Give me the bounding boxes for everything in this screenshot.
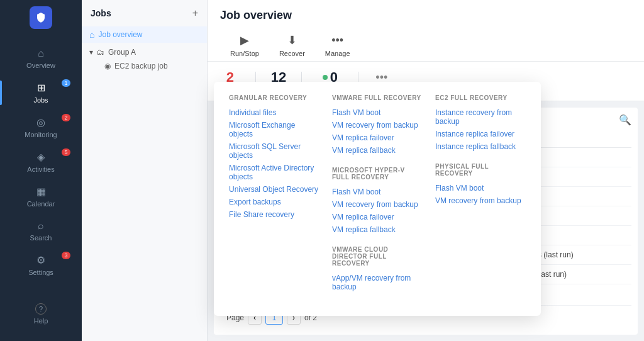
hyperv-item-0[interactable]: Flash VM boot	[332, 186, 423, 198]
granular-item-4[interactable]: Universal Object Recovery	[229, 183, 319, 196]
physical-item-1[interactable]: VM recovery from backup	[435, 194, 526, 207]
app-logo	[30, 6, 52, 29]
jobs-panel-title: Jobs	[91, 8, 111, 18]
sidebar-item-monitoring[interactable]: 2 ◎ Monitoring	[0, 110, 82, 145]
run-stop-label: Run/Stop	[230, 50, 259, 57]
activities-icon: ◈	[37, 151, 45, 163]
running-dot	[323, 75, 328, 80]
granular-item-5[interactable]: Export backups	[229, 196, 319, 208]
physical-item-0[interactable]: Flash VM boot	[435, 182, 526, 194]
jobs-panel-header: Jobs +	[82, 0, 207, 24]
vmware-cloud-title: VMWARE CLOUD DIRECTOR FULL RECOVERY	[332, 246, 423, 267]
granular-item-1[interactable]: Microsoft Exchange objects	[229, 119, 319, 140]
overview-icon: ⌂	[89, 30, 94, 40]
monitoring-icon: ◎	[36, 116, 45, 128]
add-job-button[interactable]: +	[192, 8, 198, 19]
sidebar-item-label: Jobs	[33, 96, 48, 104]
vmware-item-0[interactable]: Flash VM boot	[332, 106, 423, 119]
manage-icon: •••	[331, 34, 343, 47]
vmware-title: VMWARE FULL RECOVERY	[332, 94, 423, 101]
ec2-item-1[interactable]: Instance replica failover	[435, 128, 526, 140]
group-icon: 🗂	[97, 48, 104, 57]
job-icon: ◉	[104, 62, 111, 70]
monitoring-badge: 2	[62, 114, 70, 121]
search-icon: ⌕	[38, 220, 44, 232]
vmware-item-3[interactable]: VM replica fallback	[332, 144, 423, 157]
dropdown-col-2: VMWARE FULL RECOVERY Flash VM boot VM re…	[332, 94, 423, 303]
vmware-cloud-section: VMWARE CLOUD DIRECTOR FULL RECOVERY vApp…	[332, 246, 423, 293]
run-stop-button[interactable]: ▶ Run/Stop	[220, 30, 269, 61]
settings-icon: ⚙	[36, 254, 45, 266]
tree-group-a: ▾ 🗂 Group A ◉ EC2 backup job	[82, 43, 207, 75]
recover-button[interactable]: ⬇ Recover	[269, 30, 315, 61]
vmware-item-1[interactable]: VM recovery from backup	[332, 119, 423, 131]
sidebar-nav: ⌂ Overview 1 ⊞ Jobs 2 ◎ Monitoring 5 ◈ A…	[0, 42, 82, 282]
sidebar-item-label: Monitoring	[25, 131, 57, 138]
sidebar-bottom: ? Help	[0, 297, 82, 341]
sidebar-item-overview[interactable]: ⌂ Overview	[0, 42, 82, 75]
hyperv-title: MICROSOFT HYPER-V FULL RECOVERY	[332, 167, 423, 181]
sidebar-item-calendar[interactable]: ▦ Calendar	[0, 179, 82, 214]
sidebar-item-label: Overview	[26, 62, 55, 69]
activities-badge: 5	[62, 148, 70, 156]
dropdown-col-1: GRANULAR RECOVERY Individual files Micro…	[229, 94, 319, 303]
granular-item-2[interactable]: Microsoft SQL Server objects	[229, 140, 319, 162]
granular-item-6[interactable]: File Share recovery	[229, 208, 319, 221]
job-tree: ⌂ Job overview ▾ 🗂 Group A ◉ EC2 backup …	[82, 24, 207, 78]
tree-sub-item-label: EC2 backup job	[114, 62, 168, 70]
hyperv-item-2[interactable]: VM replica failover	[332, 211, 423, 223]
sidebar-item-activities[interactable]: 5 ◈ Activities	[0, 145, 82, 179]
table-search-button[interactable]: 🔍	[619, 114, 631, 126]
granular-item-0[interactable]: Individual files	[229, 106, 319, 119]
toolbar: ▶ Run/Stop ⬇ Recover ••• Manage	[220, 30, 631, 61]
granular-title: GRANULAR RECOVERY	[229, 94, 319, 101]
sidebar-item-label: Help	[34, 317, 48, 325]
sidebar-item-help[interactable]: ? Help	[0, 297, 82, 331]
hyperv-item-1[interactable]: VM recovery from backup	[332, 198, 423, 211]
sidebar-item-label: Activities	[27, 165, 54, 173]
run-stop-icon: ▶	[240, 33, 249, 47]
dropdown-columns: GRANULAR RECOVERY Individual files Micro…	[229, 94, 526, 303]
physical-title: PHYSICAL FULL RECOVERY	[435, 163, 526, 177]
manage-label: Manage	[325, 50, 350, 57]
granular-item-3[interactable]: Microsoft Active Directory objects	[229, 162, 319, 183]
settings-badge: 3	[62, 252, 70, 259]
sidebar-item-label: Search	[30, 234, 52, 242]
sidebar-item-settings[interactable]: 3 ⚙ Settings	[0, 248, 82, 282]
vmware-item-2[interactable]: VM replica failover	[332, 131, 423, 144]
home-icon: ⌂	[38, 48, 44, 59]
ec2-item-0[interactable]: Instance recovery from backup	[435, 106, 526, 128]
page-title: Job overview	[220, 9, 631, 22]
ec2-section: EC2 FULL RECOVERY Instance recovery from…	[435, 94, 526, 153]
vmware-cloud-item-0[interactable]: vApp/VM recovery from backup	[332, 272, 423, 293]
chevron-down-icon: ▾	[89, 48, 93, 57]
sidebar-item-label: Settings	[28, 269, 53, 276]
sidebar-item-jobs[interactable]: 1 ⊞ Jobs	[0, 75, 82, 110]
vmware-section: VMWARE FULL RECOVERY Flash VM boot VM re…	[332, 94, 423, 157]
tree-sub-item-ec2[interactable]: ◉ EC2 backup job	[104, 59, 199, 73]
tree-group-header[interactable]: ▾ 🗂 Group A	[89, 45, 199, 59]
ec2-item-2[interactable]: Instance replica fallback	[435, 140, 526, 153]
dropdown-col-3: EC2 FULL RECOVERY Instance recovery from…	[435, 94, 526, 303]
ec2-title: EC2 FULL RECOVERY	[435, 94, 526, 101]
recover-icon: ⬇	[287, 33, 297, 47]
jobs-badge: 1	[62, 79, 70, 87]
hyperv-section: MICROSOFT HYPER-V FULL RECOVERY Flash VM…	[332, 167, 423, 236]
sidebar: ⌂ Overview 1 ⊞ Jobs 2 ◎ Monitoring 5 ◈ A…	[0, 0, 82, 341]
sidebar-item-search[interactable]: ⌕ Search	[0, 214, 82, 248]
sidebar-item-label: Calendar	[27, 200, 55, 208]
hyperv-item-3[interactable]: VM replica fallback	[332, 223, 423, 236]
calendar-icon: ▦	[36, 186, 46, 198]
manage-button[interactable]: ••• Manage	[315, 30, 360, 61]
main-content: Job overview ▶ Run/Stop ⬇ Recover ••• Ma…	[208, 0, 644, 341]
jobs-panel: Jobs + ⌂ Job overview ▾ 🗂 Group A ◉ EC2 …	[82, 0, 208, 341]
granular-section: GRANULAR RECOVERY Individual files Micro…	[229, 94, 319, 221]
job-overview-area: Job overview ▶ Run/Stop ⬇ Recover ••• Ma…	[208, 0, 644, 62]
group-label: Group A	[108, 48, 136, 57]
tree-item-label: Job overview	[98, 30, 142, 39]
help-icon: ?	[35, 303, 47, 315]
grid-icon: ⊞	[37, 82, 45, 94]
recover-label: Recover	[279, 50, 305, 57]
tree-item-job-overview[interactable]: ⌂ Job overview	[82, 26, 207, 43]
recover-dropdown: GRANULAR RECOVERY Individual files Micro…	[214, 82, 541, 316]
